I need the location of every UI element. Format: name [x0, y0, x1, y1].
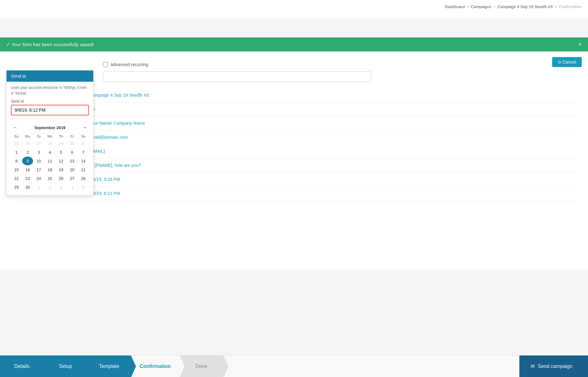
calendar-day[interactable]: 2: [44, 183, 56, 191]
wizard-step-done[interactable]: Done: [180, 355, 223, 377]
advanced-recurring-row: Advanced recurring: [103, 58, 579, 71]
calendar-day[interactable]: 28: [78, 174, 89, 183]
calendar-day[interactable]: 3: [33, 148, 44, 157]
breadcrumb-sep-3: >: [555, 4, 557, 9]
breadcrumb-dashboard[interactable]: Dashboard: [445, 4, 465, 9]
top-bar: Dashboard > Campaigns > Campaign 4 Sep 1…: [0, 0, 588, 19]
calendar-day[interactable]: 5: [78, 183, 89, 191]
breadcrumb-campaign[interactable]: Campaign 4 Sep 19 Seedfx #3: [498, 4, 553, 9]
info-row: SubjectHi [FNAME], how are you?: [9, 158, 579, 172]
calendar-day[interactable]: 30: [67, 139, 78, 148]
close-icon[interactable]: ×: [578, 41, 582, 48]
send-at-popover: Send at Uses your account timezone in "M…: [6, 70, 94, 196]
success-message: ✓ Your form has been successfully saved!: [6, 42, 94, 47]
calendar-day[interactable]: 5: [56, 148, 67, 157]
wizard-bar: DetailsSetupTemplateConfirmationDone ✉ S…: [0, 355, 588, 377]
tooltip-hint: Uses your account timezone in "M/d/yy, h…: [11, 85, 89, 96]
calendar-day[interactable]: 29: [56, 139, 67, 148]
calendar-day[interactable]: 30: [22, 183, 33, 191]
calendar-day[interactable]: 4: [44, 148, 56, 157]
recurring-input-row: [103, 71, 579, 82]
calendar-day[interactable]: 11: [44, 157, 56, 165]
calendar-day[interactable]: 7: [78, 148, 89, 157]
calendar-day[interactable]: 1: [33, 183, 44, 191]
breadcrumb: Dashboard > Campaigns > Campaign 4 Sep 1…: [445, 4, 582, 9]
calendar-day[interactable]: 2: [22, 148, 33, 157]
calendar-day[interactable]: 1: [11, 148, 22, 157]
calendar-nav: ← September 2019 →: [11, 124, 89, 131]
info-value: 9/6/19, 9:26 PM: [84, 172, 579, 186]
calendar-day[interactable]: 17: [33, 165, 44, 174]
wizard-steps: DetailsSetupTemplateConfirmationDone: [0, 355, 519, 377]
calendar-grid: SuMoTuWeThFrSa 2526272829303112345678910…: [11, 133, 89, 191]
calendar-day[interactable]: 26: [22, 139, 33, 148]
send-campaign-label: Send campaign: [538, 364, 572, 369]
calendar-day[interactable]: 19: [56, 165, 67, 174]
wizard-step-setup[interactable]: Setup: [44, 355, 87, 377]
calendar-day[interactable]: 12: [56, 157, 67, 165]
send-campaign-button[interactable]: ✉ Send campaign: [519, 355, 588, 377]
advanced-recurring-checkbox[interactable]: [103, 62, 108, 67]
calendar-day-header: Sa: [78, 133, 89, 139]
calendar-day[interactable]: 27: [67, 174, 78, 183]
calendar-day[interactable]: 26: [56, 174, 67, 183]
calendar: ← September 2019 → SuMoTuWeThFrSa 252627…: [7, 122, 93, 195]
calendar-day-header: Su: [11, 133, 22, 139]
breadcrumb-sep-2: >: [493, 4, 496, 9]
calendar-day[interactable]: 25: [44, 174, 56, 183]
calendar-day[interactable]: 6: [67, 148, 78, 157]
calendar-title: September 2019: [34, 125, 66, 130]
info-table: Campaign 4 Sep 19 Seedfx #3JetYour Name/…: [9, 88, 579, 201]
breadcrumb-campaigns[interactable]: Campaigns: [471, 4, 491, 9]
info-value: Your Name/ Company Name: [84, 116, 579, 130]
tooltip-body: Uses your account timezone in "M/d/yy, h…: [7, 82, 93, 122]
calendar-day[interactable]: 18: [44, 165, 56, 174]
info-row: Campaign 4 Sep 19 Seedfx #3: [9, 88, 579, 102]
calendar-day-header: Tu: [33, 133, 44, 139]
info-row: Your Name/ Company Name: [9, 116, 579, 130]
calendar-day[interactable]: 20: [67, 165, 78, 174]
calendar-day[interactable]: 15: [11, 165, 22, 174]
calendar-day[interactable]: 13: [67, 157, 78, 165]
wizard-step-details[interactable]: Details: [0, 355, 44, 377]
info-value: Campaign 4 Sep 19 Seedfx #3: [84, 88, 579, 102]
calendar-day[interactable]: 9: [22, 157, 33, 165]
calendar-day[interactable]: 23: [22, 174, 33, 183]
calendar-day-header: We: [44, 133, 56, 139]
calendar-day-header: Th: [56, 133, 67, 139]
calendar-day-header: Fr: [67, 133, 78, 139]
calendar-day[interactable]: 27: [33, 139, 44, 148]
main-content: ⊙ Cancel Send at Uses your account timez…: [0, 51, 588, 270]
wizard-step-template[interactable]: Template: [87, 355, 131, 377]
calendar-next-button[interactable]: →: [80, 124, 89, 131]
calendar-day[interactable]: 28: [44, 139, 56, 148]
send-at-input[interactable]: [11, 105, 89, 115]
calendar-day[interactable]: 3: [56, 183, 67, 191]
info-value: 9/9/19, 6:12 PM: [84, 186, 579, 201]
calendar-day[interactable]: 29: [11, 183, 22, 191]
send-at-label: Send at: [11, 99, 89, 104]
wizard-step-confirmation[interactable]: Confirmation: [131, 355, 180, 377]
info-value: email@domain.com: [84, 130, 579, 144]
calendar-day[interactable]: 24: [33, 174, 44, 183]
info-value: Jet: [84, 102, 579, 116]
recurring-input[interactable]: [103, 71, 371, 82]
advanced-recurring-label: Advanced recurring: [110, 62, 148, 67]
calendar-day-header: Mo: [22, 133, 33, 139]
calendar-day[interactable]: 21: [78, 165, 89, 174]
calendar-day[interactable]: 22: [11, 174, 22, 183]
info-row: To name[EMAIL]: [9, 144, 579, 158]
calendar-day[interactable]: 8: [11, 157, 22, 165]
calendar-day[interactable]: 4: [67, 183, 78, 191]
calendar-day[interactable]: 16: [22, 165, 33, 174]
calendar-day[interactable]: 25: [11, 139, 22, 148]
calendar-day[interactable]: 31: [78, 139, 89, 148]
tooltip-header: Send at: [7, 70, 93, 82]
info-row: email@domain.com: [9, 130, 579, 144]
breadcrumb-current: Confirmation: [559, 4, 582, 9]
calendar-prev-button[interactable]: ←: [11, 124, 20, 131]
calendar-day[interactable]: 14: [78, 157, 89, 165]
cancel-button[interactable]: ⊙ Cancel: [552, 57, 582, 67]
success-banner: ✓ Your form has been successfully saved!…: [0, 37, 588, 51]
calendar-day[interactable]: 10: [33, 157, 44, 165]
